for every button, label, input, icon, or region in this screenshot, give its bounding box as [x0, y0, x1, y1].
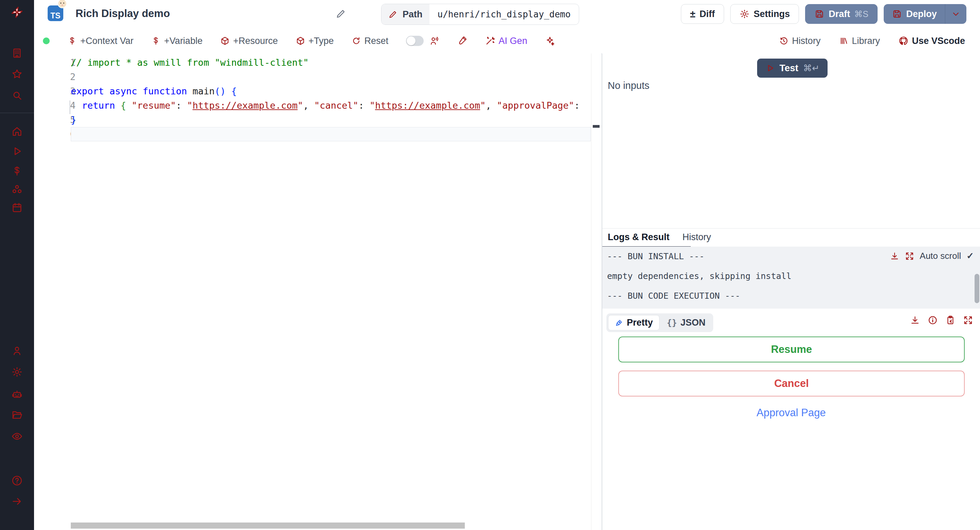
expand-logs-button[interactable] — [905, 251, 914, 261]
sidebar-item-workers[interactable] — [0, 385, 34, 404]
horizontal-scrollbar[interactable] — [71, 522, 465, 528]
cancel-button[interactable]: Cancel — [618, 370, 965, 396]
dollar-icon — [67, 36, 77, 46]
library-label: Library — [852, 36, 880, 46]
log-line: empty dependencies, skipping install — [607, 271, 980, 286]
code-line[interactable]: } — [71, 113, 591, 127]
add-context-var-button[interactable]: +Context Var — [67, 36, 134, 46]
folder-open-icon — [11, 409, 23, 421]
sidebar-item-schedules[interactable] — [0, 198, 34, 217]
code-line[interactable]: // import * as wmill from "windmill-clie… — [71, 56, 591, 70]
robot-icon — [11, 389, 23, 400]
sidebar-item-variables[interactable] — [0, 161, 34, 180]
diff-button[interactable]: ± Diff — [681, 4, 724, 24]
baby-emoji-icon — [56, 0, 68, 9]
code-line[interactable] — [71, 70, 591, 84]
ai-sparkles-button[interactable] — [545, 36, 555, 46]
building-icon — [11, 47, 23, 59]
no-inputs-text: No inputs — [608, 80, 649, 91]
auto-scroll-label[interactable]: Auto scroll — [920, 251, 961, 261]
status-dot — [43, 37, 50, 44]
editor-toolbar: +Context Var +Variable +Resource +Type R… — [34, 28, 980, 54]
check-icon[interactable]: ✓ — [966, 251, 974, 261]
expand-result-button[interactable] — [963, 315, 973, 325]
sidebar-item-favorites[interactable] — [0, 65, 34, 84]
approval-page-link[interactable]: Approval Page — [602, 407, 980, 419]
left-sidebar — [0, 0, 34, 530]
toolbar-right: History Library Use VScode — [779, 36, 980, 46]
logs-scrollbar[interactable] — [975, 274, 979, 303]
test-button[interactable]: Test ⌘↵ — [757, 59, 827, 78]
log-controls: Auto scroll ✓ — [890, 251, 974, 261]
edit-pencil-icon[interactable] — [336, 8, 347, 19]
add-variable-button[interactable]: +Variable — [151, 36, 202, 46]
add-resource-label: +Resource — [233, 36, 278, 46]
add-resource-button[interactable]: +Resource — [220, 36, 278, 46]
resume-button[interactable]: Resume — [618, 337, 965, 362]
library-button[interactable]: Library — [839, 36, 880, 46]
deploy-button-group: Deploy — [884, 4, 966, 24]
draft-button[interactable]: Draft ⌘S — [805, 4, 878, 24]
sidebar-item-help[interactable] — [0, 471, 34, 490]
add-variable-label: +Variable — [164, 36, 202, 46]
code-editor[interactable]: 123456 // import * as wmill from "windmi… — [34, 53, 601, 530]
format-button[interactable] — [457, 36, 467, 46]
ai-gen-button[interactable]: AI Gen — [485, 36, 527, 46]
path-label: Path — [402, 9, 423, 20]
sidebar-item-audit[interactable] — [0, 427, 34, 446]
pretty-view-button[interactable]: Pretty — [608, 315, 659, 330]
code-line[interactable] — [71, 127, 591, 141]
sidebar-item-home[interactable] — [0, 122, 34, 141]
path-value[interactable]: u/henri/rich_display_demo — [430, 9, 579, 19]
copy-result-button[interactable] — [945, 315, 956, 325]
assistant-toggle[interactable] — [406, 36, 424, 46]
download-result-button[interactable] — [910, 315, 920, 325]
tab-history[interactable]: History — [677, 228, 719, 247]
result-info-button[interactable] — [928, 315, 938, 325]
info-icon — [928, 315, 938, 325]
windmill-logo[interactable] — [0, 3, 34, 22]
dollar-icon — [11, 165, 23, 177]
code-line[interactable]: export async function main() { — [71, 84, 591, 99]
sidebar-item-users[interactable] — [0, 341, 34, 360]
pencil-icon — [388, 10, 398, 19]
sidebar-expand-button[interactable] — [0, 492, 34, 511]
code-lines: // import * as wmill from "windmill-clie… — [71, 56, 591, 141]
search-icon — [11, 89, 23, 101]
github-icon — [898, 36, 908, 46]
add-context-var-label: +Context Var — [80, 36, 134, 46]
json-label: JSON — [681, 318, 706, 328]
sidebar-item-folders[interactable] — [0, 405, 34, 425]
assistant-toggle-group — [406, 36, 439, 46]
code-line[interactable]: return { "resume": "https://example.com"… — [71, 99, 591, 113]
use-vscode-button[interactable]: Use VScode — [898, 36, 965, 46]
chevron-down-icon — [951, 9, 961, 19]
clipboard-icon — [945, 315, 956, 325]
json-view-button[interactable]: {} JSON — [661, 315, 712, 330]
brush-icon — [457, 36, 467, 46]
run-panel: Test ⌘↵ No inputs Logs & ResultHistory A… — [601, 53, 980, 530]
star-icon — [11, 69, 23, 80]
sidebar-item-workspace[interactable] — [0, 44, 34, 63]
download-icon — [890, 251, 899, 261]
sidebar-item-resources[interactable] — [0, 180, 34, 199]
diff-button-label: Diff — [700, 9, 715, 19]
header-bar: TS Rich Display demo Path u/henri/rich_d… — [34, 0, 980, 28]
deploy-dropdown-button[interactable] — [945, 4, 966, 24]
settings-button[interactable]: Settings — [730, 4, 799, 24]
sidebar-divider — [0, 113, 34, 113]
question-icon — [11, 475, 23, 486]
sidebar-item-settings[interactable] — [0, 362, 34, 382]
reset-button[interactable]: Reset — [352, 36, 388, 46]
history-button[interactable]: History — [779, 36, 821, 46]
tab-logs-result[interactable]: Logs & Result — [602, 228, 677, 247]
download-logs-button[interactable] — [890, 251, 899, 261]
path-field[interactable]: Path u/henri/rich_display_demo — [381, 4, 579, 25]
sidebar-item-runs[interactable] — [0, 142, 34, 161]
deploy-button-label: Deploy — [906, 9, 937, 19]
add-type-button[interactable]: +Type — [296, 36, 334, 46]
deploy-button[interactable]: Deploy — [884, 4, 945, 24]
windmill-logo-icon — [10, 5, 24, 19]
draft-button-label: Draft — [829, 9, 850, 19]
sidebar-item-search[interactable] — [0, 86, 34, 105]
